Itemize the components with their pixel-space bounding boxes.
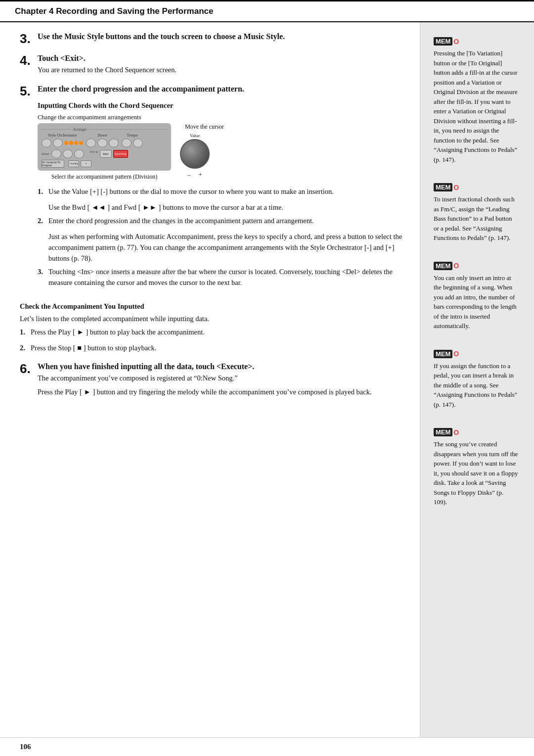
memo-badge-2: MEM — [434, 183, 452, 191]
memo-3-title: MEMO — [434, 262, 518, 270]
check-li1-num: 1. — [20, 327, 31, 338]
step5-sub2: Just as when performing with Automatic A… — [48, 232, 405, 264]
step-5-title: Enter the chord progression and the acco… — [38, 85, 405, 94]
r1-btn[interactable] — [51, 149, 61, 158]
step5-list-3: 3. Touching <Ins> once inserts a measure… — [38, 267, 405, 288]
step5-list-2: 2. Enter the chord progression and the c… — [38, 216, 405, 227]
synth-diagram: Arranger Style Orchestrator — [38, 123, 171, 181]
page-number: 106 — [20, 743, 31, 751]
count-btn[interactable] — [53, 139, 63, 147]
check-li-2: 2. Press the Stop [ ■ ] button to stop p… — [20, 343, 405, 354]
minus-label: – — [187, 171, 191, 179]
intro-btn[interactable]: Intro — [100, 150, 112, 158]
c-btn[interactable] — [109, 139, 119, 147]
r3-btn[interactable] — [74, 149, 84, 158]
down-btns — [86, 139, 119, 147]
li1-text: Use the Value [+] [-] buttons or the dia… — [48, 187, 405, 197]
step-6-title: When you have finished inputting all the… — [38, 362, 405, 371]
sync-btn[interactable] — [42, 139, 51, 147]
start-stop-btn[interactable]: Start/Stop — [113, 150, 128, 158]
step-6-content: When you have finished inputting all the… — [38, 362, 405, 398]
step-3-number: 3. — [20, 32, 35, 45]
chapter-title: Chapter 4 Recording and Saving the Perfo… — [15, 6, 213, 16]
step5-list: 1. Use the Value [+] [-] buttons or the … — [38, 187, 405, 197]
btn-row-3: To Variation To Original 1 Ending 2 — [42, 160, 167, 168]
dotted-left — [42, 129, 71, 130]
memo-badge-4: MEM — [434, 350, 452, 358]
minus-btn[interactable] — [122, 139, 132, 147]
check-section: Check the Accompaniment You Inputted Let… — [20, 302, 405, 354]
step-4: 4. Touch <Exit>. You are returned to the… — [20, 54, 405, 76]
step-4-body: You are returned to the Chord Sequencer … — [38, 65, 405, 76]
sidebar: MEMO Pressing the [To Variation] button … — [420, 22, 534, 737]
step-6-body1: The accompaniment you’ve composed is reg… — [38, 373, 405, 384]
memo-2-text: To insert fractional chords such as Fm/C… — [434, 194, 518, 243]
memo-5-text: The song you’ve created disappears when … — [434, 439, 518, 507]
step-3-content: Use the Music Style buttons and the touc… — [38, 32, 405, 45]
content-area: 3. Use the Music Style buttons and the t… — [0, 22, 534, 737]
style-orch-btns — [42, 139, 83, 147]
check-li2-num: 2. — [20, 343, 31, 354]
li3-text: Touching <Ins> once inserts a measure af… — [48, 267, 405, 288]
step-3: 3. Use the Music Style buttons and the t… — [20, 32, 405, 45]
memo-1-title: MEMO — [434, 37, 518, 46]
memo-5-title: MEMO — [434, 428, 518, 436]
dotted-right — [89, 129, 167, 130]
page-footer: 106 — [0, 737, 534, 756]
ending-2-btn[interactable]: 2 — [81, 160, 91, 167]
plus-label: + — [199, 171, 202, 179]
tempo-btns — [122, 139, 143, 147]
memo-badge-1: MEM — [434, 37, 452, 46]
check-li-1: 1. Press the Play [ ► ] button to play b… — [20, 327, 405, 338]
memo-o-4: O — [453, 350, 459, 358]
main-content: 3. Use the Music Style buttons and the t… — [0, 22, 420, 737]
to-variation-btn[interactable]: To Variation To Original — [42, 160, 64, 168]
diagram-bottom-label: Select the accompaniment pattern (Divisi… — [51, 173, 158, 181]
step-6: 6. When you have finished inputting all … — [20, 362, 405, 398]
arranger-label: Arranger — [71, 127, 89, 132]
tempo-label: Tempo — [127, 133, 137, 138]
check-li1-text: Press the Play [ ► ] button to play back… — [31, 327, 405, 338]
memo-badge-3: MEM — [434, 262, 452, 270]
check-list: 1. Press the Play [ ► ] button to play b… — [20, 327, 405, 354]
b-btn[interactable] — [97, 139, 107, 147]
style-orch-label: Style Orchestrator — [48, 133, 77, 138]
memo-2-title: MEMO — [434, 183, 518, 191]
led-3 — [74, 141, 78, 145]
memo-3-text: You can only insert an intro at the begi… — [434, 273, 518, 331]
memo-badge-5: MEM — [434, 428, 452, 436]
step-4-content: Touch <Exit>. You are returned to the Ch… — [38, 54, 405, 76]
diagram-wrapper: Change the accompaniment arrangements Ar… — [38, 114, 405, 181]
btn-row-1: Style Orchestrator — [42, 133, 167, 147]
li3-num: 3. — [38, 267, 48, 288]
dial-diagram: Move the cursor Value – + — [180, 133, 210, 179]
memo-o-1: O — [453, 38, 459, 46]
step-3-title: Use the Music Style buttons and the touc… — [38, 32, 285, 41]
step5-li-3: 3. Touching <Ins> once inserts a measure… — [38, 267, 405, 288]
memo-4-title: MEMO — [434, 350, 518, 358]
inputting-chords-title: Inputting Chords with the Chord Sequence… — [38, 101, 405, 110]
diagram-inner: Arranger Style Orchestrator — [38, 123, 210, 181]
step5-li-2: 2. Enter the chord progression and the c… — [38, 216, 405, 227]
check-body: Let’s listen to the completed accompanim… — [20, 315, 405, 323]
value-label: Value — [190, 133, 200, 138]
r2-btn[interactable] — [63, 149, 73, 158]
chapter-header: Chapter 4 Recording and Saving the Perfo… — [0, 0, 534, 22]
plus-btn[interactable] — [133, 139, 143, 147]
memo-3: MEMO You can only insert an intro at the… — [428, 257, 524, 336]
btn-group-3: Tempo — [122, 133, 143, 147]
fill-btns: Fill In Intro Start/Stop — [90, 150, 128, 158]
memo-o-2: O — [453, 184, 459, 191]
fill-label: Fill In — [90, 150, 98, 158]
value-dial[interactable] — [180, 139, 210, 169]
down-label: Down — [97, 133, 107, 138]
ending-1-btn[interactable]: 1 Ending — [68, 160, 79, 167]
btn-row-2: Reset Fill In Intro — [42, 149, 167, 158]
step-4-title: Touch <Exit>. — [38, 54, 405, 63]
led-4 — [79, 141, 83, 145]
memo-4: MEMO If you assign the function to a ped… — [428, 345, 524, 415]
li1-num: 1. — [38, 187, 48, 197]
reset-label: Reset — [42, 152, 49, 156]
step-6-number: 6. — [20, 362, 35, 398]
a-btn[interactable] — [86, 139, 96, 147]
